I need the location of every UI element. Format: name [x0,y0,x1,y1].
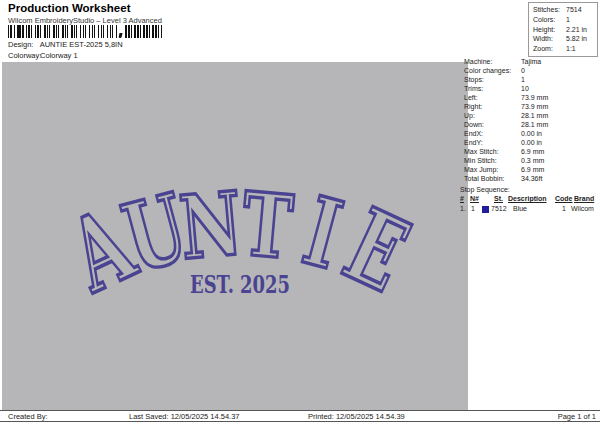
stop-row-code: 1 [562,205,566,212]
stop-sequence-title: Stop Sequence: [460,186,510,193]
stop-row-brand: Wilcom [571,205,594,212]
machine-value: 0.00 in [521,129,542,138]
machine-value: 28.1 mm [521,120,548,129]
footer-bottom-divider [0,421,600,422]
machine-label: EndX: [464,129,521,138]
machine-label: Color changes: [464,66,521,75]
stat-value: 1:1 [566,44,576,54]
stat-row: Colors:1 [533,15,597,25]
machine-value: 34.36ft [521,174,542,183]
stat-row: Zoom:1:1 [533,44,597,54]
machine-row: Right:73.9 mm [464,102,600,111]
machine-info-panel: Machine:Tajima Color changes:0 Stops:1 T… [464,57,600,183]
machine-row: Total Bobbin:34.36ft [464,174,600,183]
machine-label: Down: [464,120,521,129]
colorway-meta-row: Colorway: Colorway 1 [8,51,78,60]
stop-row-stitches: 7512 [491,205,507,212]
machine-row: Left:73.9 mm [464,93,600,102]
stat-row: Height:2.21 in [533,25,597,35]
stat-label: Zoom: [533,44,566,54]
machine-row: Min Stitch:0.3 mm [464,156,600,165]
machine-label: Min Stitch: [464,156,521,165]
col-header-code: Code [555,195,573,202]
colorway-label: Colorway: [8,51,38,60]
stat-value: 5.82 in [566,34,587,44]
arch-letter: N [176,172,246,279]
machine-label: EndY: [464,138,521,147]
machine-label: Right: [464,102,521,111]
stop-row-description: Blue [513,205,527,212]
machine-value: 6.9 mm [521,165,544,174]
embroidery-design: AUNTIE EST. 2025 [2,62,468,410]
colorway-value: Colorway 1 [40,51,78,60]
machine-row: EndX:0.00 in [464,129,600,138]
stat-label: Stitches: [533,5,566,15]
stat-label: Colors: [533,15,566,25]
barcode [8,25,162,38]
design-value: AUNTIE EST-2025 5,8IN [40,40,123,49]
machine-value: 10 [521,84,529,93]
barcode-bars [8,25,118,38]
machine-value: 0.3 mm [521,156,544,165]
machine-value: 0 [521,66,525,75]
sub-text: EST. 2025 [190,270,290,299]
col-header-num: # [460,195,464,202]
created-by-label: Created By: [8,412,48,421]
stat-value: 1 [566,15,570,25]
thread-color-swatch [482,206,489,213]
design-label: Design: [8,40,38,49]
stat-label: Height: [533,25,566,35]
app-subtitle: Wilcom EmbroideryStudio – Level 3 Advanc… [8,16,162,25]
printed-text: Printed: 12/05/2025 14.54.39 [308,412,405,421]
machine-row: Max Jump:6.9 mm [464,165,600,174]
stop-sequence: Stop Sequence: # N# St. Description Code… [458,186,600,220]
col-header-needle: N# [470,195,479,202]
machine-row: EndY:0.00 in [464,138,600,147]
design-canvas: AUNTIE EST. 2025 [2,62,468,410]
machine-label: Total Bobbin: [464,174,521,183]
machine-value: 0.00 in [521,138,542,147]
machine-row: Trims:10 [464,84,600,93]
last-saved-text: Last Saved: 12/05/2025 14.54.37 [129,412,240,421]
machine-row: Stops:1 [464,75,600,84]
machine-value: Tajima [521,57,541,66]
machine-label: Left: [464,93,521,102]
stop-row-needle: 1 [471,205,475,212]
design-meta-row: Design: AUNTIE EST-2025 5,8IN [8,40,123,49]
machine-value: 1 [521,75,525,84]
production-worksheet-page: Production Worksheet Wilcom EmbroiderySt… [0,0,600,424]
footer-divider [0,410,600,411]
stat-row: Stitches:7514 [533,5,597,15]
stat-label: Width: [533,34,566,44]
machine-label: Machine: [464,57,521,66]
machine-label: Max Jump: [464,165,521,174]
machine-value: 6.9 mm [521,147,544,156]
machine-value: 73.9 mm [521,93,548,102]
machine-row: Up:28.1 mm [464,111,600,120]
machine-row: Down:28.1 mm [464,120,600,129]
machine-row: Color changes:0 [464,66,600,75]
machine-value: 73.9 mm [521,102,548,111]
arch-letter: T [238,172,297,278]
col-header-stitches: St. [494,195,503,202]
col-header-brand: Brand [574,195,594,202]
machine-row: Machine:Tajima [464,57,600,66]
machine-row: Max Stitch:6.9 mm [464,147,600,156]
barcode-comma-glyph [118,33,122,38]
machine-label: Max Stitch: [464,147,521,156]
stat-value: 2.21 in [566,25,587,35]
stop-row-num: 1. [460,205,466,212]
page-number: Page 1 of 1 [558,412,596,421]
machine-label: Stops: [464,75,521,84]
stat-row: Width:5.82 in [533,34,597,44]
col-header-description: Description [508,195,547,202]
machine-value: 28.1 mm [521,111,548,120]
design-stats-box: Stitches:7514 Colors:1 Height:2.21 in Wi… [528,2,598,57]
machine-label: Up: [464,111,521,120]
page-title: Production Worksheet [8,2,130,14]
stat-value: 7514 [566,5,582,15]
machine-label: Trims: [464,84,521,93]
barcode-bars [125,25,162,38]
